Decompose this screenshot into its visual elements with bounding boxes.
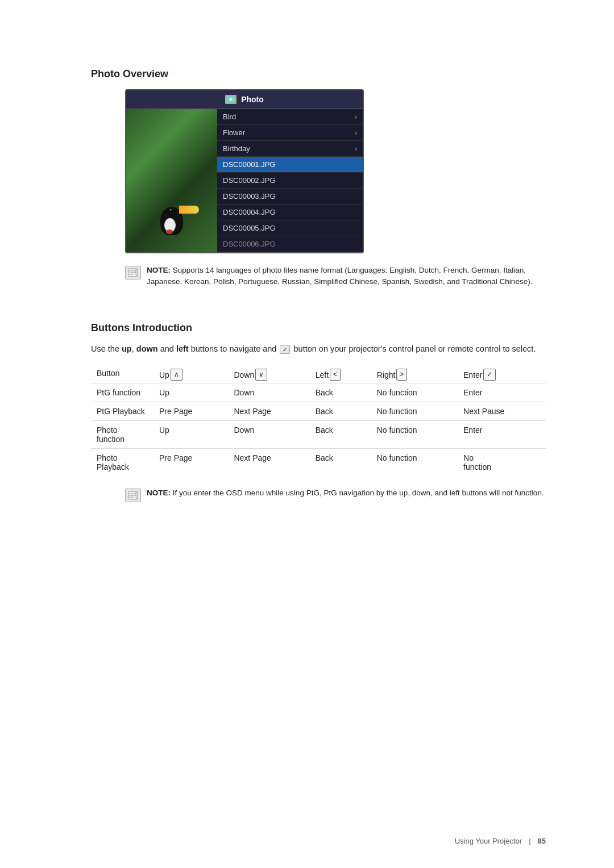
- table-cell: No function: [371, 383, 458, 402]
- bird-red-shape: [166, 229, 173, 234]
- buttons-table: Button Up ∧ Down ∨ Left <: [91, 364, 546, 476]
- bird-beak-shape: [179, 206, 199, 214]
- photo-body: Bird › Flower › Birthday › DSC00001.JPG …: [126, 109, 363, 252]
- btn-up-icon: ∧: [171, 369, 182, 381]
- note-content-2: If you enter the OSD menu while using Pt…: [173, 489, 544, 497]
- list-item[interactable]: DSC00003.JPG: [217, 189, 363, 205]
- section-photo-overview: Photo Overview Photo: [91, 68, 546, 288]
- list-item[interactable]: Flower ›: [217, 125, 363, 141]
- page-footer: Using Your Projector | 85: [455, 837, 546, 845]
- table-cell: Back: [310, 421, 371, 449]
- table-row: Photofunction Up Down Back No function E…: [91, 421, 546, 449]
- note-icon-2: [125, 489, 141, 502]
- table-cell: Next Page: [228, 449, 309, 477]
- section-title-photo: Photo Overview: [91, 68, 546, 80]
- buttons-intro-paragraph: Use the up, down and left buttons to nav…: [91, 343, 546, 356]
- section-title-buttons: Buttons Introduction: [91, 322, 546, 334]
- table-cell: Back: [310, 402, 371, 421]
- table-cell: Up ∧: [154, 364, 228, 383]
- table-row: PtG function Up Down Back No function En…: [91, 383, 546, 402]
- note-icon: [125, 266, 141, 279]
- buttons-note-text: NOTE: If you enter the OSD menu while us…: [147, 487, 544, 499]
- table-cell: Down: [228, 421, 309, 449]
- table-cell: No function: [371, 402, 458, 421]
- btn-right-display: Right >: [377, 369, 408, 381]
- table-cell: Back: [310, 383, 371, 402]
- btn-right-icon: >: [396, 369, 407, 381]
- bird-illustration: [157, 201, 186, 235]
- list-item[interactable]: Bird ›: [217, 109, 363, 125]
- table-cell: Pre Page: [154, 402, 228, 421]
- table-row: Button Up ∧ Down ∨ Left <: [91, 364, 546, 383]
- table-cell: Back: [310, 449, 371, 477]
- table-row: PtG Playback Pre Page Next Page Back No …: [91, 402, 546, 421]
- photo-file-list: Bird › Flower › Birthday › DSC00001.JPG …: [217, 109, 363, 252]
- table-cell-label: PtG Playback: [91, 402, 154, 421]
- table-cell: No function: [371, 421, 458, 449]
- photo-thumbnail: [126, 109, 217, 252]
- list-item[interactable]: DSC00001.JPG: [217, 157, 363, 173]
- table-cell: Left <: [310, 364, 371, 383]
- table-cell: Up: [154, 421, 228, 449]
- table-cell: Right >: [371, 364, 458, 383]
- photo-icon: [225, 95, 237, 104]
- photo-note: NOTE: Supports 14 languages of photo fil…: [125, 265, 546, 288]
- bird-eye-shape: [169, 208, 173, 212]
- footer-text: Using Your Projector: [455, 837, 522, 845]
- text-up: up: [122, 344, 132, 353]
- photo-header: Photo: [126, 90, 363, 109]
- note-label-2: NOTE:: [147, 489, 171, 497]
- table-cell: Next Page: [228, 402, 309, 421]
- table-cell: Button: [91, 364, 154, 383]
- table-cell: Enter: [458, 421, 546, 449]
- svg-point-2: [229, 98, 233, 101]
- note-content: Supports 14 languages of photo files nam…: [147, 266, 532, 286]
- text-left: left: [176, 344, 189, 353]
- section-buttons-intro: Buttons Introduction Use the up, down an…: [91, 322, 546, 503]
- photo-note-text: NOTE: Supports 14 languages of photo fil…: [147, 265, 546, 288]
- table-cell-label: Photofunction: [91, 421, 154, 449]
- btn-enter-icon: ✓: [483, 369, 496, 381]
- text-down: down: [136, 344, 158, 353]
- list-item[interactable]: Birthday ›: [217, 141, 363, 157]
- list-item[interactable]: DSC00002.JPG: [217, 173, 363, 189]
- table-row: PhotoPlayback Pre Page Next Page Back No…: [91, 449, 546, 477]
- footer-separator: |: [529, 837, 530, 845]
- list-item[interactable]: DSC00006.JPG: [217, 236, 363, 252]
- table-cell-label: PtG function: [91, 383, 154, 402]
- table-cell: Nofunction: [458, 449, 546, 477]
- table-cell: Up: [154, 383, 228, 402]
- btn-down-display: Down ∨: [234, 369, 267, 381]
- note-label: NOTE:: [147, 266, 171, 274]
- table-cell: Next Pause: [458, 402, 546, 421]
- chevron-icon: ›: [355, 129, 357, 137]
- chevron-icon: ›: [355, 113, 357, 121]
- photo-header-label: Photo: [241, 95, 264, 104]
- table-cell: Enter: [458, 383, 546, 402]
- table-cell-label: PhotoPlayback: [91, 449, 154, 477]
- table-cell: Down: [228, 383, 309, 402]
- enter-icon: ✓: [280, 345, 290, 354]
- btn-down-icon: ∨: [255, 369, 267, 381]
- buttons-note: NOTE: If you enter the OSD menu while us…: [125, 487, 546, 502]
- list-item[interactable]: DSC00005.JPG: [217, 220, 363, 236]
- btn-left-display: Left <: [316, 369, 341, 381]
- chevron-icon: ›: [355, 145, 357, 153]
- table-cell: Enter ✓: [458, 364, 546, 383]
- page-number: 85: [538, 837, 546, 845]
- btn-up-display: Up ∧: [159, 369, 182, 381]
- btn-enter-display: Enter ✓: [463, 369, 496, 381]
- table-cell: No function: [371, 449, 458, 477]
- table-cell: Pre Page: [154, 449, 228, 477]
- btn-left-icon: <: [330, 369, 341, 381]
- photo-ui-mockup: Photo Bird › Flower › Birthday: [125, 89, 364, 253]
- table-cell: Down ∨: [228, 364, 309, 383]
- list-item[interactable]: DSC00004.JPG: [217, 205, 363, 220]
